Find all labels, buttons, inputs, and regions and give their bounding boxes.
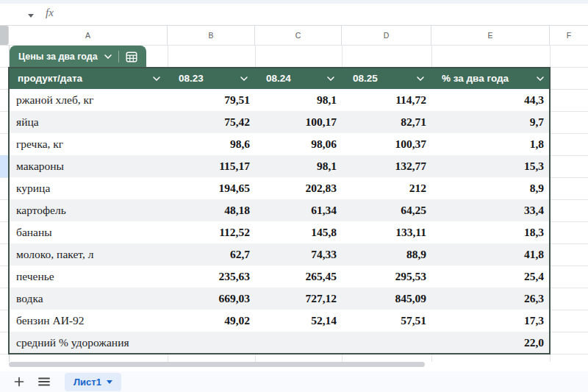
cell-product[interactable]: ржаной хлеб, кг xyxy=(9,89,168,111)
cell-0825[interactable]: 114,72 xyxy=(342,89,431,111)
cell-0824[interactable]: 61,34 xyxy=(255,199,342,221)
table-row: ржаной хлеб, кг 79,51 98,1 114,72 44,3 xyxy=(9,89,550,111)
cell-percent[interactable]: 22,0 xyxy=(431,332,550,354)
cell-0825[interactable]: 57,51 xyxy=(342,310,431,332)
all-sheets-button[interactable] xyxy=(35,373,53,391)
sheet-tab-bar: Лист1 xyxy=(0,371,588,392)
selected-row-indicator[interactable] xyxy=(0,155,9,177)
cell-0823[interactable]: 98,6 xyxy=(168,133,255,155)
table-row: гречка, кг 98,6 98,06 100,37 1,8 xyxy=(9,133,550,155)
cell-percent[interactable]: 15,3 xyxy=(431,155,550,177)
cell-percent[interactable]: 8,9 xyxy=(431,177,550,199)
cell-0825[interactable]: 82,71 xyxy=(342,111,431,133)
cell-0824[interactable]: 98,1 xyxy=(255,155,342,177)
cell-0825[interactable]: 212 xyxy=(342,177,431,199)
chip-divider xyxy=(118,51,119,63)
cell-0823[interactable]: 115,17 xyxy=(168,155,255,177)
cell-0825[interactable]: 295,53 xyxy=(342,266,431,288)
cell-0824[interactable] xyxy=(255,332,342,354)
table-grid-icon[interactable] xyxy=(126,51,137,63)
table-row: водка 669,03 727,12 845,09 26,3 xyxy=(9,288,550,310)
cell-product[interactable]: курица xyxy=(9,177,168,199)
header-cell-percent[interactable]: % за два года xyxy=(431,68,550,89)
column-header-c[interactable]: C xyxy=(255,26,342,45)
column-header-e[interactable]: E xyxy=(431,26,550,45)
cell-0824[interactable]: 202,83 xyxy=(255,177,342,199)
cell-percent[interactable]: 1,8 xyxy=(431,133,550,155)
column-header-d[interactable]: D xyxy=(342,26,431,45)
cell-0825[interactable]: 88,9 xyxy=(342,243,431,266)
cell-percent[interactable]: 33,4 xyxy=(431,199,550,221)
cell-0825[interactable]: 133,11 xyxy=(342,221,431,243)
column-header-a[interactable]: A xyxy=(9,26,168,45)
chevron-down-icon[interactable] xyxy=(417,76,424,81)
cell-percent[interactable]: 26,3 xyxy=(431,288,550,310)
cell-percent[interactable]: 17,3 xyxy=(431,310,550,332)
cell-0825[interactable]: 100,37 xyxy=(342,133,431,155)
cell-product[interactable]: печенье xyxy=(9,266,168,288)
table-row: макароны 115,17 98,1 132,77 15,3 xyxy=(9,155,550,177)
cell-0823[interactable]: 62,7 xyxy=(168,243,255,266)
select-all-corner[interactable] xyxy=(0,26,9,45)
cell-0825[interactable]: 64,25 xyxy=(342,199,431,221)
cell-product[interactable]: картофель xyxy=(9,199,168,221)
cell-0823[interactable]: 235,63 xyxy=(168,266,255,288)
cell-0825[interactable]: 845,09 xyxy=(342,288,431,310)
horizontal-scrollbar[interactable] xyxy=(9,362,425,367)
header-label: 08.24 xyxy=(266,73,291,84)
column-header-f[interactable]: F xyxy=(550,26,588,45)
cell-percent[interactable]: 9,7 xyxy=(431,111,550,133)
cell-0824[interactable]: 265,45 xyxy=(255,266,342,288)
header-cell-0824[interactable]: 08.24 xyxy=(255,68,342,89)
cell-0824[interactable]: 98,1 xyxy=(255,89,342,111)
column-header-b[interactable]: B xyxy=(168,26,255,45)
cell-percent[interactable]: 41,8 xyxy=(431,243,550,266)
cell-0824[interactable]: 98,06 xyxy=(255,133,342,155)
cell-percent[interactable]: 25,4 xyxy=(431,266,550,288)
table-name-chip[interactable]: Цены за два года xyxy=(10,46,146,68)
table-row: курица 194,65 202,83 212 8,9 xyxy=(9,177,550,199)
cell-percent[interactable]: 44,3 xyxy=(431,89,550,111)
cell-0823[interactable]: 48,18 xyxy=(168,199,255,221)
header-cell-0825[interactable]: 08.25 xyxy=(342,68,431,89)
cell-0824[interactable]: 727,12 xyxy=(255,288,342,310)
cell-0824[interactable]: 100,17 xyxy=(255,111,342,133)
cell-product[interactable]: средний % удорожания xyxy=(9,332,168,354)
cell-percent[interactable]: 18,3 xyxy=(431,221,550,243)
cell-0823[interactable]: 112,52 xyxy=(168,221,255,243)
table-row: бананы 112,52 145,8 133,11 18,3 xyxy=(9,221,550,243)
cell-product[interactable]: молоко, пакет, л xyxy=(9,243,168,266)
cell-product[interactable]: макароны xyxy=(9,155,168,177)
header-label: продукт/дата xyxy=(18,73,82,84)
chevron-down-icon[interactable] xyxy=(153,76,160,81)
cell-product[interactable]: гречка, кг xyxy=(9,133,168,155)
cell-0823[interactable] xyxy=(168,332,255,354)
cell-0823[interactable]: 49,02 xyxy=(168,310,255,332)
chevron-down-icon[interactable] xyxy=(240,76,248,81)
sheet-tab-dropdown-icon[interactable] xyxy=(107,380,112,384)
cell-0825[interactable] xyxy=(342,332,431,354)
sheet-tab-list1[interactable]: Лист1 xyxy=(65,373,121,391)
chevron-down-icon[interactable] xyxy=(327,76,334,81)
cell-product[interactable]: водка xyxy=(9,288,168,310)
chevron-down-icon[interactable] xyxy=(537,76,544,81)
cell-0824[interactable]: 145,8 xyxy=(255,221,342,243)
cell-0825[interactable]: 132,77 xyxy=(342,155,431,177)
table-row: молоко, пакет, л 62,7 74,33 88,9 41,8 xyxy=(9,243,550,266)
name-box-dropdown-icon[interactable] xyxy=(28,14,34,18)
header-cell-0823[interactable]: 08.23 xyxy=(168,68,255,89)
header-label: 08.25 xyxy=(353,73,378,84)
cell-0823[interactable]: 194,65 xyxy=(168,177,255,199)
cell-product[interactable]: бананы xyxy=(9,221,168,243)
cell-0823[interactable]: 79,51 xyxy=(168,89,255,111)
cell-0823[interactable]: 75,42 xyxy=(168,111,255,133)
header-cell-product[interactable]: продукт/дата xyxy=(9,68,168,89)
cell-0823[interactable]: 669,03 xyxy=(168,288,255,310)
header-label: 08.23 xyxy=(179,73,204,84)
cell-0824[interactable]: 52,14 xyxy=(255,310,342,332)
cell-product[interactable]: яйца xyxy=(9,111,168,133)
cell-product[interactable]: бензин АИ-92 xyxy=(9,310,168,332)
add-sheet-button[interactable] xyxy=(10,373,28,391)
cell-0824[interactable]: 74,33 xyxy=(255,243,342,266)
header-label: % за два года xyxy=(442,73,509,84)
